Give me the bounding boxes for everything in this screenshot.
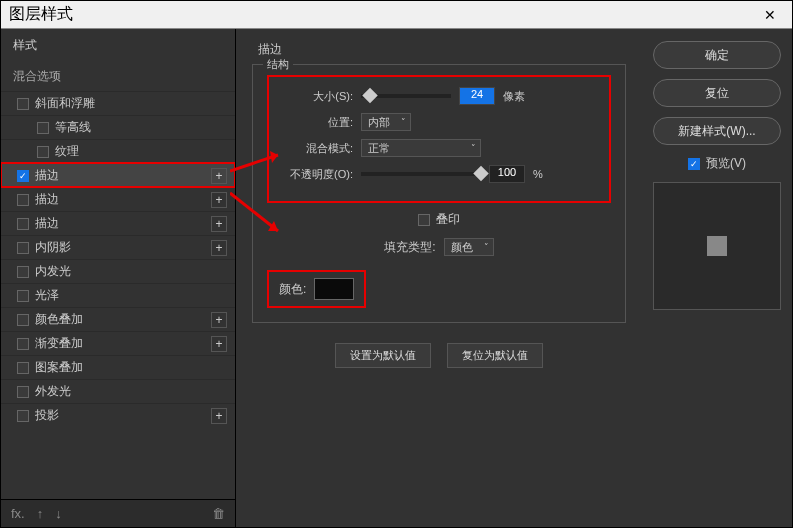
style-item[interactable]: 等高线	[1, 115, 235, 139]
style-label: 外发光	[35, 383, 71, 400]
style-checkbox[interactable]	[17, 290, 29, 302]
style-checkbox[interactable]	[37, 146, 49, 158]
overprint-label: 叠印	[436, 211, 460, 228]
add-effect-button[interactable]: +	[211, 192, 227, 208]
add-effect-button[interactable]: +	[211, 336, 227, 352]
style-item[interactable]: 纹理	[1, 139, 235, 163]
style-checkbox[interactable]	[17, 266, 29, 278]
style-item[interactable]: 描边+	[1, 211, 235, 235]
style-checkbox[interactable]	[17, 314, 29, 326]
style-item[interactable]: 描边+	[1, 187, 235, 211]
chevron-down-icon: ˅	[471, 143, 476, 153]
size-unit: 像素	[503, 89, 525, 104]
set-default-button[interactable]: 设置为默认值	[335, 343, 431, 368]
add-effect-button[interactable]: +	[211, 312, 227, 328]
add-effect-button[interactable]: +	[211, 408, 227, 424]
trash-icon[interactable]: 🗑	[212, 506, 225, 521]
preview-box	[653, 182, 781, 310]
style-label: 描边	[35, 215, 59, 232]
titlebar: 图层样式 ✕	[1, 1, 792, 29]
style-label: 等高线	[55, 119, 91, 136]
cancel-button[interactable]: 复位	[653, 79, 781, 107]
style-label: 内发光	[35, 263, 71, 280]
preview-swatch	[707, 236, 727, 256]
add-effect-button[interactable]: +	[211, 168, 227, 184]
structure-title: 结构	[263, 57, 293, 72]
style-item[interactable]: 光泽	[1, 283, 235, 307]
right-column: 确定 复位 新建样式(W)... ✓ 预览(V)	[642, 29, 792, 527]
style-label: 图案叠加	[35, 359, 83, 376]
blend-options[interactable]: 混合选项	[1, 62, 235, 91]
position-select[interactable]: 内部˅	[361, 113, 411, 131]
window-title: 图层样式	[9, 4, 73, 25]
new-style-button[interactable]: 新建样式(W)...	[653, 117, 781, 145]
close-icon[interactable]: ✕	[756, 5, 784, 25]
style-label: 描边	[35, 191, 59, 208]
sidebar-header: 样式	[1, 29, 235, 62]
style-checkbox[interactable]	[17, 242, 29, 254]
style-label: 斜面和浮雕	[35, 95, 95, 112]
style-label: 内阴影	[35, 239, 71, 256]
style-checkbox[interactable]	[17, 362, 29, 374]
style-item[interactable]: 内发光	[1, 259, 235, 283]
style-item[interactable]: 图案叠加	[1, 355, 235, 379]
ok-button[interactable]: 确定	[653, 41, 781, 69]
style-checkbox[interactable]	[17, 338, 29, 350]
structure-highlight-box: 大小(S): 24 像素 位置: 内部˅ 混合模式: 正常˅	[267, 75, 611, 203]
opacity-unit: %	[533, 168, 543, 180]
section-title: 描边	[258, 42, 282, 56]
reset-default-button[interactable]: 复位为默认值	[447, 343, 543, 368]
size-label: 大小(S):	[283, 89, 353, 104]
blend-mode-select[interactable]: 正常˅	[361, 139, 481, 157]
styles-sidebar: 样式 混合选项 斜面和浮雕等高线纹理✓描边+描边+描边+内阴影+内发光光泽颜色叠…	[1, 29, 236, 527]
style-checkbox[interactable]	[17, 218, 29, 230]
style-checkbox[interactable]	[17, 386, 29, 398]
style-label: 纹理	[55, 143, 79, 160]
chevron-down-icon: ˅	[401, 117, 406, 127]
style-checkbox[interactable]: ✓	[17, 170, 29, 182]
fill-type-select[interactable]: 颜色˅	[444, 238, 494, 256]
preview-checkbox[interactable]: ✓	[688, 158, 700, 170]
size-slider[interactable]	[361, 94, 451, 98]
color-label: 颜色:	[279, 281, 306, 298]
style-item[interactable]: 投影+	[1, 403, 235, 427]
style-item[interactable]: 外发光	[1, 379, 235, 403]
arrow-up-icon[interactable]: ↑	[37, 506, 44, 521]
add-effect-button[interactable]: +	[211, 216, 227, 232]
sidebar-bottombar: fx. ↑ ↓ 🗑	[1, 499, 235, 527]
style-label: 渐变叠加	[35, 335, 83, 352]
style-checkbox[interactable]	[17, 98, 29, 110]
main-panel: 描边 结构 大小(S): 24 像素 位置: 内部˅	[236, 29, 642, 527]
style-checkbox[interactable]	[37, 122, 49, 134]
style-item[interactable]: 颜色叠加+	[1, 307, 235, 331]
style-label: 颜色叠加	[35, 311, 83, 328]
style-item[interactable]: 内阴影+	[1, 235, 235, 259]
overprint-checkbox[interactable]	[418, 214, 430, 226]
fill-type-label: 填充类型:	[384, 239, 435, 256]
preview-label: 预览(V)	[706, 155, 746, 172]
color-highlight-box: 颜色:	[267, 270, 366, 308]
arrow-down-icon[interactable]: ↓	[55, 506, 62, 521]
size-input[interactable]: 24	[459, 87, 495, 105]
style-label: 描边	[35, 167, 59, 184]
fx-icon[interactable]: fx.	[11, 506, 25, 521]
style-item[interactable]: 斜面和浮雕	[1, 91, 235, 115]
style-label: 光泽	[35, 287, 59, 304]
position-label: 位置:	[283, 115, 353, 130]
style-checkbox[interactable]	[17, 194, 29, 206]
style-label: 投影	[35, 407, 59, 424]
opacity-label: 不透明度(O):	[283, 167, 353, 182]
add-effect-button[interactable]: +	[211, 240, 227, 256]
blend-mode-label: 混合模式:	[283, 141, 353, 156]
opacity-input[interactable]: 100	[489, 165, 525, 183]
chevron-down-icon: ˅	[484, 242, 489, 252]
style-item[interactable]: 渐变叠加+	[1, 331, 235, 355]
style-checkbox[interactable]	[17, 410, 29, 422]
style-item[interactable]: ✓描边+	[1, 163, 235, 187]
opacity-slider[interactable]	[361, 172, 481, 176]
color-swatch[interactable]	[314, 278, 354, 300]
